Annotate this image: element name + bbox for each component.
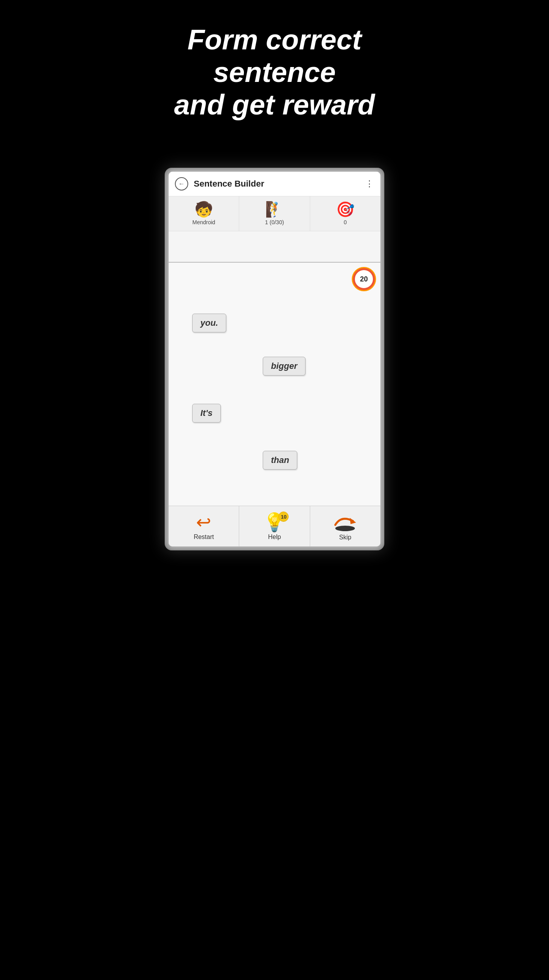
help-label: Help <box>268 534 281 541</box>
svg-marker-0 <box>350 518 356 524</box>
headline-line2: and get reward <box>174 89 375 120</box>
app-title: Sentence Builder <box>194 179 365 189</box>
tile-than[interactable]: than <box>263 451 297 470</box>
tile-its[interactable]: It's <box>192 404 221 423</box>
restart-label: Restart <box>194 534 214 541</box>
user-name: Mendroid <box>192 219 215 225</box>
timer-badge: 20 <box>353 268 375 290</box>
skip-icon <box>333 513 357 532</box>
page-wrapper: Form correct sentence and get reward ← S… <box>114 0 435 980</box>
help-badge-container: 💡 10 <box>263 513 285 531</box>
controls-bar: ↩ Restart 💡 10 Help <box>169 506 380 546</box>
restart-button[interactable]: ↩ Restart <box>169 506 239 546</box>
stats-bar: 🧒 Mendroid 🧗 1 (0/30) 🎯 0 <box>169 196 380 231</box>
skip-mound <box>335 526 355 531</box>
help-icon-wrapper: 💡 10 <box>263 513 285 531</box>
stat-level: 🧗 1 (0/30) <box>239 196 310 231</box>
answer-zone[interactable] <box>169 231 380 263</box>
word-area[interactable]: 20 you. bigger It's than <box>169 263 380 506</box>
tile-bigger[interactable]: bigger <box>263 357 305 376</box>
score-value: 0 <box>344 219 347 225</box>
level-icon: 🧗 <box>265 202 284 217</box>
headline-section: Form correct sentence and get reward <box>114 0 435 121</box>
help-count-badge: 10 <box>278 512 289 522</box>
back-button[interactable]: ← <box>175 177 188 191</box>
stat-score: 🎯 0 <box>310 196 380 231</box>
stat-user: 🧒 Mendroid <box>169 196 239 231</box>
tile-you[interactable]: you. <box>192 314 226 332</box>
phone-inner: ← Sentence Builder ⋮ 🧒 Mendroid 🧗 1 (0/3… <box>169 172 380 546</box>
target-icon: 🎯 <box>336 202 354 217</box>
headline-line1: Form correct sentence <box>187 24 362 88</box>
user-avatar-icon: 🧒 <box>195 202 213 217</box>
phone-frame: ← Sentence Builder ⋮ 🧒 Mendroid 🧗 1 (0/3… <box>165 168 384 550</box>
skip-button[interactable]: Skip <box>310 506 380 546</box>
help-button[interactable]: 💡 10 Help <box>239 506 310 546</box>
restart-icon: ↩ <box>196 513 211 531</box>
level-text: 1 (0/30) <box>265 219 284 225</box>
top-bar: ← Sentence Builder ⋮ <box>169 172 380 196</box>
headline-text: Form correct sentence and get reward <box>129 24 420 121</box>
skip-label: Skip <box>339 534 351 541</box>
more-button[interactable]: ⋮ <box>365 179 374 189</box>
